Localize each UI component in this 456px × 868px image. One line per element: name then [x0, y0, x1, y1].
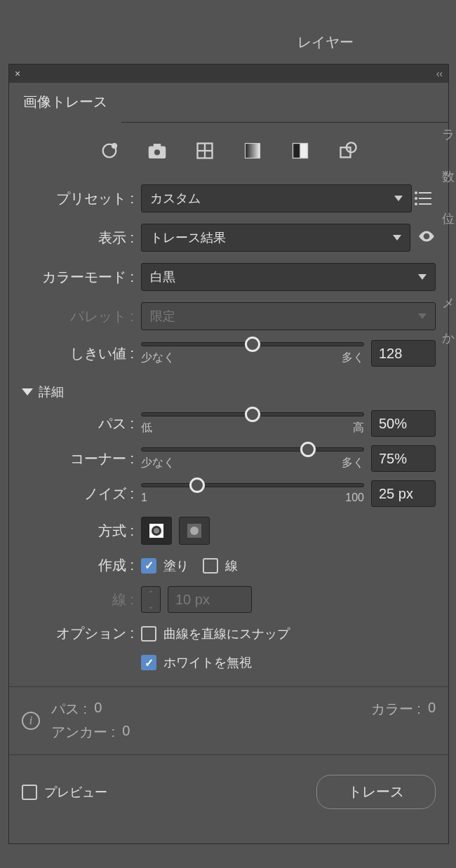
tab-image-trace[interactable]: 画像トレース: [9, 83, 121, 123]
strokes-checkbox[interactable]: [203, 558, 218, 574]
strokes-text: 線: [225, 557, 238, 574]
svg-rect-8: [246, 144, 260, 158]
fills-checkbox[interactable]: [141, 558, 156, 574]
stat-colors-value: 0: [428, 700, 436, 719]
noise-label: ノイズ :: [22, 484, 134, 503]
paths-value[interactable]: 50%: [371, 410, 436, 437]
stat-paths-value: 0: [94, 700, 136, 719]
bw-icon[interactable]: [289, 140, 311, 162]
noise-slider[interactable]: [141, 483, 364, 487]
preset-menu-icon[interactable]: [419, 190, 436, 207]
ignore-white-text: ホワイトを無視: [163, 654, 252, 671]
options-label: オプション :: [22, 624, 134, 643]
details-toggle[interactable]: 詳細: [9, 371, 448, 406]
ignore-white-checkbox[interactable]: [141, 655, 156, 670]
preset-icon-row: [9, 123, 448, 179]
stat-colors-label: カラー :: [371, 700, 421, 719]
bg-char: メ: [442, 294, 455, 311]
color-mode-select[interactable]: 白黒: [141, 263, 436, 291]
bg-char: ラ: [442, 126, 455, 143]
noise-value[interactable]: 25 px: [371, 480, 436, 507]
stat-paths-label: パス :: [51, 700, 87, 719]
corners-label: コーナー :: [22, 449, 134, 468]
create-label: 作成 :: [22, 556, 134, 575]
palette-label: パレット :: [22, 307, 134, 326]
grid-icon[interactable]: [194, 140, 216, 162]
palette-select: 限定: [141, 302, 436, 330]
svg-rect-10: [300, 144, 308, 158]
gradient-icon[interactable]: [241, 140, 264, 162]
paths-slider[interactable]: [141, 412, 364, 416]
stroke-value: 10 px: [168, 586, 252, 613]
preview-label: プレビュー: [44, 784, 107, 801]
display-select[interactable]: トレース結果: [141, 224, 410, 252]
snap-checkbox[interactable]: [141, 626, 156, 642]
threshold-slider[interactable]: [141, 342, 364, 346]
layers-tab[interactable]: レイヤー: [283, 21, 368, 63]
camera-icon[interactable]: [146, 140, 168, 162]
trace-button[interactable]: トレース: [316, 775, 436, 809]
stroke-spinner: ⌃⌄: [141, 586, 161, 613]
stroke-label: 線 :: [22, 590, 134, 609]
svg-point-18: [190, 527, 199, 535]
method-overlapping[interactable]: [179, 517, 210, 545]
threshold-value[interactable]: 128: [371, 340, 436, 367]
svg-point-16: [154, 528, 159, 534]
bg-char: か: [442, 330, 455, 346]
method-abutting[interactable]: [141, 517, 172, 545]
paths-label: パス :: [22, 414, 134, 433]
info-icon: i: [22, 712, 40, 730]
preview-checkbox[interactable]: [22, 785, 37, 800]
outline-icon[interactable]: [337, 140, 359, 162]
snap-text: 曲線を直線にスナップ: [163, 625, 290, 642]
display-label: 表示 :: [22, 229, 134, 247]
image-trace-panel: × ‹‹ 画像トレース プリセット : カスタム 表示 : トレース結果 カラー…: [8, 64, 449, 844]
collapse-icon[interactable]: ‹‹: [436, 68, 443, 79]
threshold-label: しきい値 :: [22, 344, 134, 363]
corners-slider[interactable]: [141, 447, 364, 452]
preset-select[interactable]: カスタム: [141, 184, 412, 212]
svg-point-1: [112, 144, 117, 149]
auto-color-icon[interactable]: [98, 140, 121, 162]
svg-rect-4: [154, 144, 160, 148]
svg-rect-9: [293, 144, 301, 158]
stat-anchors-label: アンカー :: [51, 723, 115, 742]
corners-value[interactable]: 75%: [371, 445, 436, 472]
color-mode-label: カラーモード :: [22, 268, 134, 287]
panel-header: × ‹‹: [9, 65, 448, 83]
eye-icon[interactable]: [417, 227, 436, 249]
method-label: 方式 :: [22, 522, 134, 541]
tab-bar: 画像トレース: [9, 83, 448, 123]
bg-char: 位: [442, 210, 455, 227]
stat-anchors-value: 0: [122, 723, 130, 742]
preset-label: プリセット :: [22, 189, 134, 208]
svg-point-3: [154, 149, 160, 156]
close-icon[interactable]: ×: [15, 68, 20, 79]
disclosure-icon: [22, 388, 33, 395]
fills-text: 塗り: [163, 557, 189, 574]
bg-char: 数: [442, 168, 455, 185]
